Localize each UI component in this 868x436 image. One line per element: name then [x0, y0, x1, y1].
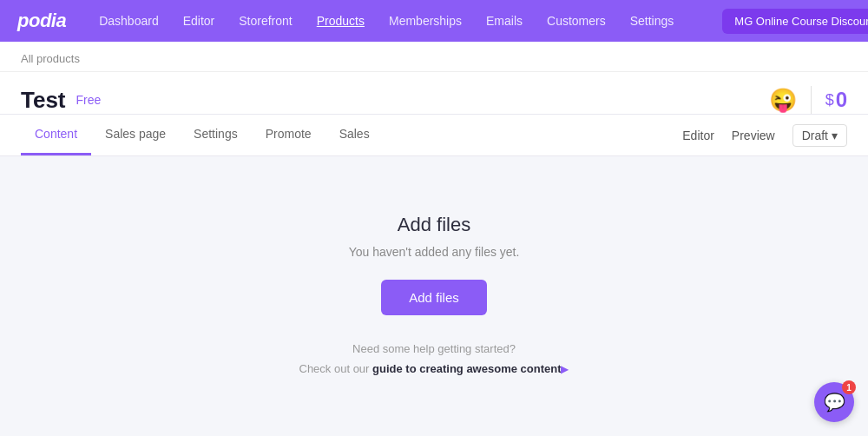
tab-items: Content Sales page Settings Promote Sale…: [21, 115, 682, 155]
tab-promote[interactable]: Promote: [252, 115, 326, 155]
breadcrumb[interactable]: All products: [21, 52, 80, 65]
page-wrapper: podia Dashboard Editor Storefront Produc…: [0, 0, 868, 436]
tab-sales[interactable]: Sales: [326, 115, 384, 155]
tab-settings[interactable]: Settings: [180, 115, 252, 155]
product-free-badge: Free: [76, 93, 102, 107]
tab-sales-page[interactable]: Sales page: [91, 115, 180, 155]
workspace-label: MG Online Course Discounts: [734, 15, 868, 28]
chat-icon: 💬: [824, 392, 845, 413]
breadcrumb-bar: All products: [0, 42, 868, 72]
nav-link-customers[interactable]: Customers: [547, 14, 606, 28]
nav-link-memberships[interactable]: Memberships: [389, 14, 462, 28]
product-title-area: Test Free: [21, 87, 769, 114]
tabs-bar: Content Sales page Settings Promote Sale…: [0, 115, 868, 156]
help-line1: Need some help getting started?: [352, 342, 516, 355]
tab-actions: Editor Preview Draft ▾: [682, 124, 847, 147]
nav-link-settings[interactable]: Settings: [630, 14, 674, 28]
editor-link[interactable]: Editor: [682, 129, 714, 142]
price-value: 0: [836, 88, 847, 112]
nav-link-storefront[interactable]: Storefront: [239, 14, 292, 28]
add-files-subtext: You haven't added any files yet.: [349, 245, 520, 259]
help-line2-pre: Check out our: [299, 362, 373, 375]
help-text: Need some help getting started? Check ou…: [299, 340, 569, 378]
draft-button[interactable]: Draft ▾: [792, 124, 847, 147]
help-arrow-icon: ▶: [561, 363, 569, 375]
nav-link-editor[interactable]: Editor: [183, 14, 215, 28]
product-header: Test Free 😜 $ 0: [0, 72, 868, 115]
price-symbol: $: [825, 91, 834, 109]
draft-label: Draft: [802, 129, 828, 142]
nav-link-dashboard[interactable]: Dashboard: [99, 14, 159, 28]
logo[interactable]: podia: [17, 10, 66, 32]
product-header-right: 😜 $ 0: [769, 86, 847, 114]
add-files-heading: Add files: [398, 214, 470, 236]
product-emoji-icon[interactable]: 😜: [769, 87, 797, 114]
chat-button[interactable]: 💬 1: [814, 382, 854, 422]
workspace-button[interactable]: MG Online Course Discounts ▾: [722, 9, 868, 34]
help-link[interactable]: guide to creating awesome content: [372, 362, 561, 375]
chat-notification-badge: 1: [842, 380, 856, 394]
navbar: podia Dashboard Editor Storefront Produc…: [0, 0, 868, 42]
price-display: $ 0: [825, 88, 847, 112]
vertical-divider: [811, 86, 812, 114]
preview-link[interactable]: Preview: [732, 129, 775, 142]
draft-chevron-icon: ▾: [832, 129, 838, 142]
add-files-button[interactable]: Add files: [381, 280, 487, 315]
nav-link-emails[interactable]: Emails: [486, 14, 523, 28]
tab-content[interactable]: Content: [21, 115, 91, 155]
main-content: Add files You haven't added any files ye…: [0, 156, 868, 436]
nav-link-products[interactable]: Products: [317, 14, 365, 28]
product-title: Test: [21, 87, 66, 114]
